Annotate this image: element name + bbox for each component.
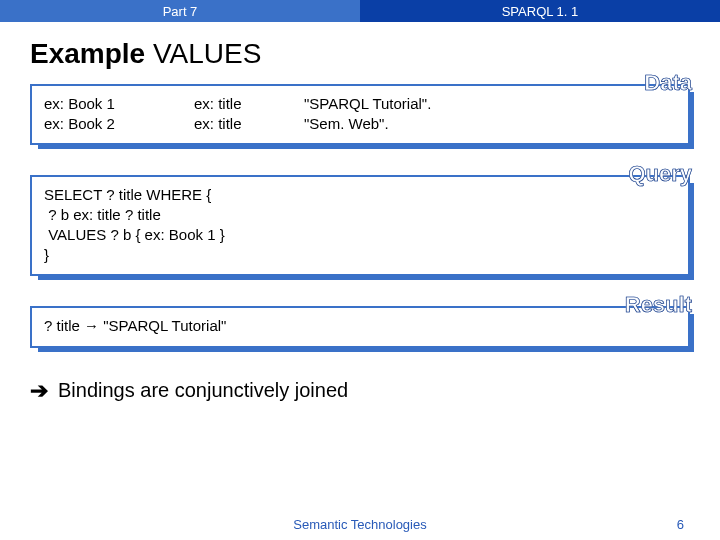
query-badge: Query xyxy=(628,161,692,187)
data-section: Data ex: Book 1 ex: title "SPARQL Tutori… xyxy=(30,84,690,145)
title-bold: Example xyxy=(30,38,145,69)
slide-content: Example VALUES Data ex: Book 1 ex: title… xyxy=(0,22,720,404)
slide-title: Example VALUES xyxy=(30,38,690,70)
query-section: Query SELECT ? title WHERE { ? b ex: tit… xyxy=(30,175,690,276)
title-rest: VALUES xyxy=(145,38,261,69)
footer-text: Semantic Technologies xyxy=(293,517,426,532)
bullet-text: Bindings are conjunctively joined xyxy=(58,379,348,402)
data-box: ex: Book 1 ex: title "SPARQL Tutorial". … xyxy=(30,84,690,145)
data-object: "Sem. Web". xyxy=(304,114,389,134)
data-row: ex: Book 1 ex: title "SPARQL Tutorial". xyxy=(44,94,676,114)
header-left: Part 7 xyxy=(0,0,360,22)
data-predicate: ex: title xyxy=(194,114,264,134)
slide-footer: Semantic Technologies 6 xyxy=(0,517,720,532)
slide-header: Part 7 SPARQL 1. 1 xyxy=(0,0,720,22)
arrow-right-icon: ➔ xyxy=(30,378,48,404)
result-box: ? title → "SPARQL Tutorial" xyxy=(30,306,690,348)
data-subject: ex: Book 1 xyxy=(44,94,154,114)
query-box: SELECT ? title WHERE { ? b ex: title ? t… xyxy=(30,175,690,276)
page-number: 6 xyxy=(677,517,684,532)
query-text: SELECT ? title WHERE { ? b ex: title ? t… xyxy=(44,185,676,266)
bullet-line: ➔ Bindings are conjunctively joined xyxy=(30,378,690,404)
result-section: Result ? title → "SPARQL Tutorial" xyxy=(30,306,690,348)
header-right: SPARQL 1. 1 xyxy=(360,0,720,22)
data-predicate: ex: title xyxy=(194,94,264,114)
data-badge: Data xyxy=(644,70,692,96)
result-text: ? title → "SPARQL Tutorial" xyxy=(44,317,226,334)
data-object: "SPARQL Tutorial". xyxy=(304,94,431,114)
result-badge: Result xyxy=(625,292,692,318)
data-subject: ex: Book 2 xyxy=(44,114,154,134)
data-row: ex: Book 2 ex: title "Sem. Web". xyxy=(44,114,676,134)
